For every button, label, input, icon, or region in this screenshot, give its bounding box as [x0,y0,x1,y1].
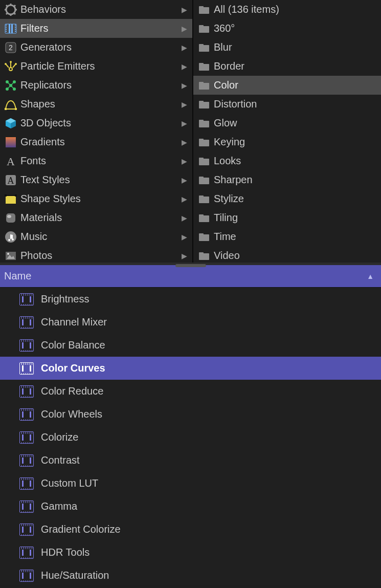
disclosure-arrow-icon: ▶ [182,119,187,127]
material-icon [3,211,18,225]
subcategory-label: All (136 items) [214,4,279,15]
subcategory-360-[interactable]: 360° [193,19,381,38]
category-label: Text Styles [20,174,70,186]
subcategory-tiling[interactable]: Tiling [193,208,381,227]
folder-icon [196,136,212,149]
category-particle-emitters[interactable]: Particle Emitters▶ [0,57,192,76]
result-label: Color Curves [41,362,105,374]
subcategory-label: Tiling [214,212,238,224]
result-color-balance[interactable]: Color Balance [0,334,381,357]
filter-icon [18,477,35,490]
disclosure-arrow-icon: ▶ [182,100,187,108]
result-colorize[interactable]: Colorize [0,426,381,449]
result-contrast[interactable]: Contrast [0,449,381,472]
category-label: Particle Emitters [20,60,95,72]
gradient-icon [3,136,18,149]
filter-icon [18,339,35,352]
result-label: Gamma [41,500,77,512]
disclosure-arrow-icon: ▶ [182,176,187,184]
shape-icon [3,98,18,111]
disclosure-arrow-icon: ▶ [182,252,187,260]
category-gradients[interactable]: Gradients▶ [0,133,192,151]
subcategory-label: Looks [214,155,241,167]
result-label: Colorize [41,431,78,443]
split-handle[interactable] [175,264,206,267]
category-photos[interactable]: Photos▶ [0,246,192,263]
subcategory-time[interactable]: Time [193,227,381,246]
filter-icon [18,431,35,444]
result-color-reduce[interactable]: Color Reduce [0,380,381,403]
replicator-icon [3,79,18,92]
category-label: Behaviors [20,4,66,15]
subcategory-looks[interactable]: Looks [193,151,381,170]
subcategory-color[interactable]: Color [193,76,381,95]
category-label: Materials [20,212,62,224]
subcategory-keying[interactable]: Keying [193,133,381,151]
category-filters[interactable]: Filters▶ [0,19,192,38]
results-header-label: Name [4,270,31,282]
subcategory-label: Video [214,250,240,262]
subcategory-glow[interactable]: Glow [193,114,381,133]
category-behaviors[interactable]: Behaviors▶ [0,0,192,19]
subcategory-border[interactable]: Border [193,57,381,76]
subcategory-distortion[interactable]: Distortion [193,95,381,114]
result-label: Hue/Saturation [41,570,109,581]
results-header[interactable]: Name ▲ [0,265,381,288]
filter-icon [18,293,35,306]
subcategory-all-136-items-[interactable]: All (136 items) [193,0,381,19]
disclosure-arrow-icon: ▶ [182,43,187,52]
subcategory-label: Distortion [214,98,257,110]
folder-icon [196,117,212,130]
subcategory-label: Stylize [214,193,244,205]
category-shape-styles[interactable]: Shape Styles▶ [0,189,192,208]
photos-icon [3,249,18,263]
result-hdr-tools[interactable]: HDR Tools [0,541,381,564]
subcategory-stylize[interactable]: Stylize [193,189,381,208]
category-label: Gradients [20,136,65,148]
result-color-wheels[interactable]: Color Wheels [0,403,381,426]
filter-icon [18,362,35,375]
category-label: Shapes [20,98,55,110]
disclosure-arrow-icon: ▶ [182,25,187,33]
subcategory-sharpen[interactable]: Sharpen [193,170,381,189]
category-materials[interactable]: Materials▶ [0,208,192,227]
subcategory-label: Keying [214,136,245,148]
category-shapes[interactable]: Shapes▶ [0,95,192,114]
category-text-styles[interactable]: Text Styles▶ [0,170,192,189]
folder-icon [196,22,212,35]
category-3d-objects[interactable]: 3D Objects▶ [0,114,192,133]
category-generators[interactable]: Generators▶ [0,38,192,57]
category-label: Photos [20,250,52,262]
subcategory-blur[interactable]: Blur [193,38,381,57]
results-panel: Name ▲ BrightnessChannel MixerColor Bala… [0,265,381,585]
result-color-curves[interactable]: Color Curves [0,357,381,380]
result-label: Channel Mixer [41,316,107,328]
category-label: Generators [20,41,72,53]
results-list[interactable]: BrightnessChannel MixerColor BalanceColo… [0,288,381,585]
result-label: Contrast [41,454,80,466]
result-brightness[interactable]: Brightness [0,288,381,311]
category-fonts[interactable]: Fonts▶ [0,151,192,170]
disclosure-arrow-icon: ▶ [182,6,187,14]
result-hue-saturation[interactable]: Hue/Saturation [0,564,381,585]
category-label: Filters [20,23,48,34]
result-channel-mixer[interactable]: Channel Mixer [0,311,381,334]
result-label: Color Wheels [41,408,102,420]
result-gamma[interactable]: Gamma [0,495,381,518]
library-browser: Behaviors▶Filters▶Generators▶Particle Em… [0,0,381,265]
result-label: Gradient Colorize [41,524,121,535]
category-replicators[interactable]: Replicators▶ [0,76,192,95]
filter-icon [18,454,35,467]
filter-icon [18,570,35,582]
folder-icon [196,249,212,263]
category-music[interactable]: Music▶ [0,227,192,246]
filter-icon [18,316,35,329]
music-icon [3,230,18,244]
textstyle-icon [3,173,18,187]
filter-icon [18,524,35,536]
sort-ascending-icon[interactable]: ▲ [367,272,374,280]
category-label: Shape Styles [20,193,81,205]
subcategory-video[interactable]: Video [193,246,381,263]
result-gradient-colorize[interactable]: Gradient Colorize [0,518,381,541]
result-custom-lut[interactable]: Custom LUT [0,472,381,495]
